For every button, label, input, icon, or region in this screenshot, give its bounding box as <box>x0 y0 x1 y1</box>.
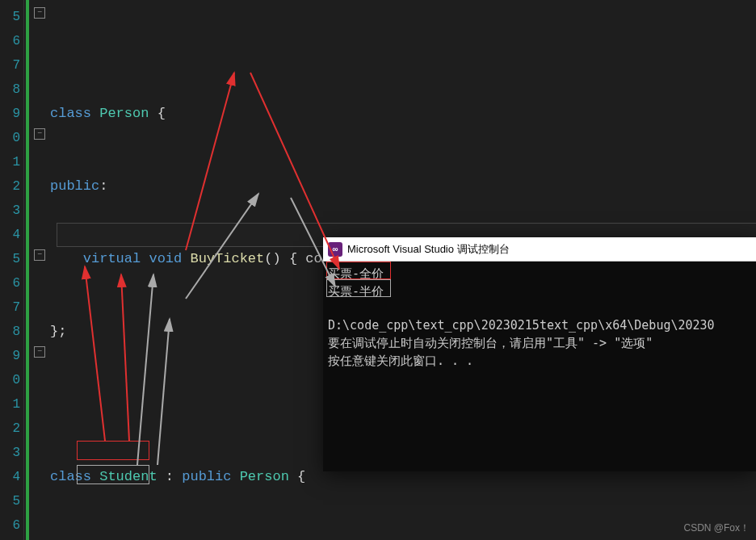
line-number: 8 <box>0 77 20 102</box>
debug-console-window[interactable]: ∞ Microsoft Visual Studio 调试控制台 买票-全价 买票… <box>323 237 756 471</box>
console-output-line: 买票-全价 <box>328 265 751 283</box>
fold-gutter: − − − − <box>32 0 50 540</box>
console-body[interactable]: 买票-全价 买票-半价 D:\code_cpp\text_cpp\2023021… <box>323 262 756 373</box>
line-number: 6 <box>0 271 20 295</box>
line-number: 9 <box>0 102 20 126</box>
editor-margin <box>24 0 32 540</box>
console-output-line: 要在调试停止时自动关闭控制台，请启用"工具" -> "选项" <box>328 334 751 352</box>
line-number: 0 <box>0 126 20 150</box>
line-number: 8 <box>0 320 20 344</box>
line-number: 7 <box>0 295 20 320</box>
change-indicator <box>26 0 29 540</box>
line-number: 4 <box>0 465 20 489</box>
line-number: 9 <box>0 344 20 368</box>
line-number: 3 <box>0 441 20 465</box>
line-number: 5 <box>0 247 20 271</box>
line-number: 5 <box>0 5 20 29</box>
fold-toggle-icon[interactable]: − <box>34 128 45 140</box>
console-output-line: 按任意键关闭此窗口. . . <box>328 352 751 370</box>
line-number: 2 <box>0 417 20 441</box>
line-number: 7 <box>0 53 20 77</box>
line-number: 1 <box>0 150 20 174</box>
line-number-gutter: 5 6 7 8 9 0 1 2 3 4 5 6 7 8 9 0 1 2 3 4 … <box>0 0 24 540</box>
line-number: 5 <box>0 489 20 513</box>
console-title: Microsoft Visual Studio 调试控制台 <box>347 242 510 257</box>
fold-toggle-icon[interactable]: − <box>34 249 45 261</box>
line-number: 0 <box>0 368 20 392</box>
console-titlebar[interactable]: ∞ Microsoft Visual Studio 调试控制台 <box>323 237 756 262</box>
line-number: 4 <box>0 223 20 247</box>
fold-toggle-icon[interactable]: − <box>34 346 45 358</box>
console-output-line: D:\code_cpp\text_cpp\20230215text_cpp\x6… <box>328 316 751 334</box>
line-number: 6 <box>0 513 20 538</box>
line-number: 1 <box>0 392 20 417</box>
code-line[interactable]: public: <box>50 174 756 199</box>
visual-studio-icon: ∞ <box>328 242 342 257</box>
fold-toggle-icon[interactable]: − <box>34 7 45 19</box>
watermark: CSDN @Fox！ <box>683 521 750 535</box>
line-number: 2 <box>0 174 20 199</box>
code-line[interactable]: class Person { <box>50 102 756 126</box>
line-number: 6 <box>0 29 20 53</box>
line-number: 3 <box>0 199 20 223</box>
console-output-line: 买票-半价 <box>328 283 751 300</box>
